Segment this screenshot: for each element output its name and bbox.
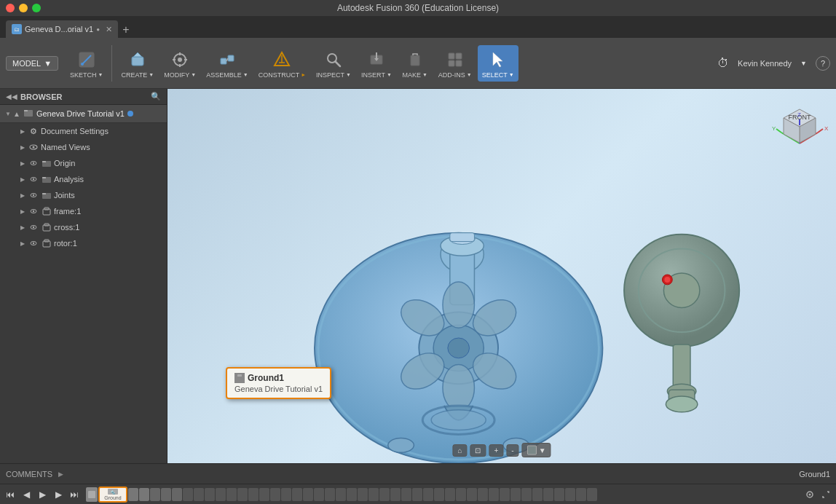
tl-step[interactable] — [347, 488, 357, 501]
tl-step[interactable] — [358, 488, 368, 501]
tl-step[interactable] — [554, 488, 564, 501]
construct-tool[interactable]: CONSTRUCT► — [254, 45, 310, 82]
timeline-settings-button[interactable] — [803, 487, 817, 502]
rotor-label: rotor:1 — [54, 239, 77, 248]
timeline-play-button[interactable]: ▶ — [35, 487, 50, 502]
tl-step[interactable] — [314, 488, 324, 501]
timeline-start-button[interactable]: ⏮ — [3, 487, 17, 502]
home-button[interactable]: ⌂ — [452, 444, 467, 457]
insert-tool[interactable]: INSERT▼ — [357, 45, 396, 82]
timeline-expand-button[interactable] — [819, 487, 833, 502]
modify-tool[interactable]: MODIFY▼ — [159, 45, 200, 82]
tree-item-frame[interactable]: ▶ frame:1 — [6, 203, 167, 219]
timeline-end-button[interactable]: ⏭ — [67, 487, 82, 502]
tl-step[interactable] — [576, 488, 586, 501]
timeline-step[interactable] — [86, 487, 98, 502]
tl-step[interactable] — [303, 488, 313, 501]
user-name[interactable]: Kevin Kennedy — [738, 59, 792, 68]
modify-label: MODIFY▼ — [164, 71, 196, 79]
inspect-icon — [322, 48, 345, 71]
tree-item-joints[interactable]: ▶ Joints — [6, 187, 167, 203]
tl-step[interactable] — [587, 488, 597, 501]
tl-step[interactable] — [150, 488, 160, 501]
cube-navigation[interactable]: FRONT X Y Z — [770, 96, 829, 154]
tl-step[interactable] — [172, 488, 182, 501]
maximize-button[interactable] — [32, 4, 41, 12]
tl-step[interactable] — [412, 488, 422, 501]
tl-step[interactable] — [205, 488, 215, 501]
tl-step[interactable] — [336, 488, 346, 501]
select-tool[interactable]: SELECT▼ — [478, 45, 518, 82]
tl-step[interactable] — [216, 488, 226, 501]
tl-step[interactable] — [248, 488, 259, 501]
comments-label[interactable]: COMMENTS — [6, 470, 52, 479]
timeline-selected-step[interactable]: 🔩 Ground — [98, 487, 127, 503]
tl-step[interactable] — [467, 488, 477, 501]
zoom-out-button[interactable]: - — [506, 444, 518, 457]
tl-step[interactable] — [510, 488, 521, 501]
help-button[interactable]: ? — [816, 56, 830, 71]
timeline-next-button[interactable]: ▶ — [51, 487, 66, 502]
sketch-tool[interactable]: SKETCH▼ — [66, 45, 107, 82]
tl-step[interactable] — [543, 488, 553, 501]
svg-point-2 — [81, 63, 84, 66]
browser-collapse-icon[interactable]: ◀◀ — [6, 92, 17, 101]
addins-tool[interactable]: ADD-INS▼ — [434, 45, 476, 82]
tree-item-cross[interactable]: ▶ cross:1 — [6, 219, 167, 235]
tl-step[interactable] — [161, 488, 171, 501]
new-tab-button[interactable]: + — [118, 22, 134, 38]
tl-step[interactable] — [565, 488, 575, 501]
fit-screen-button[interactable]: ⊡ — [470, 444, 486, 457]
tree-item-analysis[interactable]: ▶ Analysis — [6, 171, 167, 187]
tl-step[interactable] — [445, 488, 455, 501]
tl-step[interactable] — [292, 488, 302, 501]
make-tool[interactable]: MAKE▼ — [398, 45, 433, 82]
tab-close-button[interactable]: ✕ — [106, 25, 112, 34]
tl-step[interactable] — [434, 488, 444, 501]
active-tab[interactable]: 🗂 Geneva D...orial v1 ● ✕ — [6, 20, 118, 38]
create-tool[interactable]: CREATE▼ — [117, 45, 158, 82]
component-2-icon — [41, 221, 52, 233]
tl-step[interactable] — [183, 488, 193, 501]
tl-step[interactable] — [128, 488, 138, 501]
tl-step[interactable] — [390, 488, 401, 501]
zoom-in-button[interactable]: + — [489, 444, 503, 457]
minimize-button[interactable] — [19, 4, 28, 12]
tree-item-document-settings[interactable]: ▶ ⚙ Document Settings — [6, 123, 167, 139]
3d-viewport[interactable]: FRONT X Y Z — [167, 89, 836, 463]
tl-step[interactable] — [532, 488, 543, 501]
timeline-prev-button[interactable]: ◀ — [19, 487, 33, 502]
tl-step[interactable] — [423, 488, 433, 501]
tl-step[interactable] — [379, 488, 390, 501]
frame-label: frame:1 — [54, 207, 81, 216]
close-button[interactable] — [6, 4, 15, 12]
assemble-tool[interactable]: ASSEMBLE▼ — [202, 45, 252, 82]
svg-rect-39 — [42, 177, 46, 178]
tree-item-named-views[interactable]: ▶ Named Views — [6, 139, 167, 155]
tl-step[interactable] — [259, 488, 269, 501]
tl-step[interactable] — [237, 488, 248, 501]
tl-step[interactable] — [226, 488, 237, 501]
tl-step[interactable] — [401, 488, 411, 501]
tl-step[interactable] — [139, 488, 149, 501]
tl-step[interactable] — [325, 488, 335, 501]
tree-item-origin[interactable]: ▶ Origin — [6, 155, 167, 171]
browser-search-icon[interactable]: 🔍 — [151, 92, 161, 101]
svg-rect-22 — [411, 55, 419, 66]
tl-step[interactable] — [194, 488, 204, 501]
tl-step[interactable] — [270, 488, 280, 501]
user-dropdown-icon[interactable]: ▼ — [800, 60, 807, 67]
model-dropdown[interactable]: MODEL ▼ — [6, 56, 58, 71]
display-mode-button[interactable]: ▼ — [522, 443, 551, 457]
browser-root-item[interactable]: ▼ ▲ Geneva Drive Tutorial v1 — [0, 105, 167, 123]
tl-step[interactable] — [478, 488, 488, 501]
tl-step[interactable] — [521, 488, 532, 501]
inspect-tool[interactable]: INSPECT▼ — [312, 45, 355, 82]
tl-step[interactable] — [500, 488, 510, 501]
history-button[interactable]: ⏱ — [717, 57, 729, 70]
tree-item-rotor[interactable]: ▶ rotor:1 — [6, 235, 167, 251]
tl-step[interactable] — [489, 488, 499, 501]
tl-step[interactable] — [281, 488, 291, 501]
tl-step[interactable] — [456, 488, 466, 501]
tl-step[interactable] — [368, 488, 379, 501]
